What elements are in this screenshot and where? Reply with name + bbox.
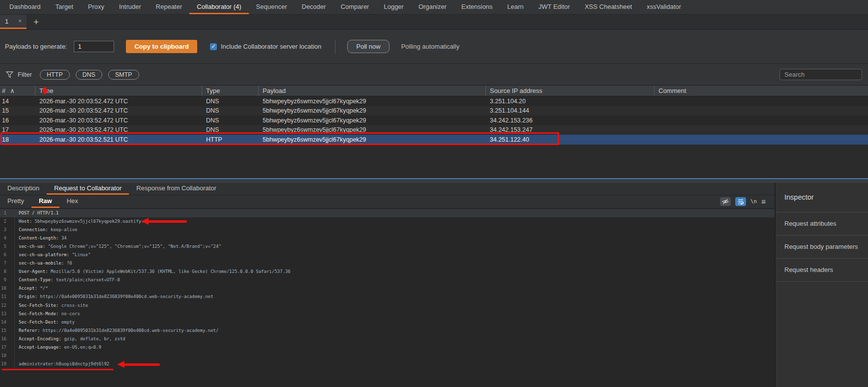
include-server-location-checkbox[interactable]: ✓	[210, 43, 217, 50]
payloads-label: Payloads to generate:	[5, 43, 67, 50]
column-header-payload[interactable]: Payload	[259, 86, 486, 96]
column-label: Time	[39, 87, 53, 94]
inspector-panel: Inspector Request attributesRequest body…	[775, 183, 868, 387]
menu-item-learn[interactable]: Learn	[500, 0, 531, 14]
filter-pill-dns[interactable]: DNS	[76, 70, 102, 80]
menu-item-decoder[interactable]: Decoder	[295, 0, 333, 14]
menu-item-jwt-editor[interactable]: JWT Editor	[531, 0, 577, 14]
hide-nonprintable-icon[interactable]	[720, 197, 731, 206]
line-number: 5	[0, 242, 15, 251]
message-tab-response-from-collaborator[interactable]: Response from Collaborator	[129, 183, 224, 195]
message-tab-request-to-collaborator[interactable]: Request to Collaborator	[47, 183, 129, 195]
line-text: POST / HTTP/1.1	[15, 209, 59, 217]
poll-now-button[interactable]: Poll now	[347, 40, 389, 53]
doc-tab-bar: 1 × +	[0, 15, 868, 30]
payloads-input[interactable]	[74, 41, 114, 52]
editor-menu-icon[interactable]: ≡	[761, 198, 766, 205]
show-newlines-icon[interactable]: \n	[750, 198, 757, 205]
cell-time: 2026-mar.-30 20:03:52.521 UTC	[35, 136, 202, 143]
column-label: Type	[206, 87, 220, 94]
inspector-sections: Request attributesRequest body parameter…	[776, 212, 868, 282]
menu-item-intruder[interactable]: Intruder	[112, 0, 149, 14]
burp-collaborator-window: DashboardTargetProxyIntruderRepeaterColl…	[0, 0, 868, 387]
menu-item-logger[interactable]: Logger	[376, 0, 411, 14]
line-text: Origin: https://0a4e0095031b31de8236839f…	[15, 293, 213, 301]
collaborator-tab-1[interactable]: 1 ×	[0, 15, 27, 29]
line-number: 4	[0, 234, 15, 242]
line-number: 3	[0, 226, 15, 234]
cell-time: 2026-mar.-30 20:03:52.472 UTC	[35, 126, 202, 133]
cell-type: DNS	[202, 98, 259, 105]
menu-item-sequencer[interactable]: Sequencer	[249, 0, 295, 14]
table-row-16[interactable]: 162026-mar.-30 20:03:52.472 UTCDNS5bhwpe…	[0, 116, 868, 125]
table-empty-area	[0, 145, 868, 178]
copy-to-clipboard-button[interactable]: Copy to clipboard	[126, 40, 197, 53]
line-number: 14	[0, 318, 15, 327]
menu-item-dashboard[interactable]: Dashboard	[2, 0, 48, 14]
filter-pill-http[interactable]: HTTP	[40, 70, 70, 80]
editor-toolbar: PrettyRawHex \n ≡	[0, 195, 775, 208]
horizontal-splitter[interactable]	[0, 178, 868, 183]
inspector-section-request-headers[interactable]: Request headers	[776, 259, 868, 282]
column-header-source-ip-address[interactable]: Source IP address	[486, 86, 655, 96]
table-row-17[interactable]: 172026-mar.-30 20:03:52.472 UTCDNS5bhwpe…	[0, 125, 868, 135]
menu-item-collaborator-4-[interactable]: Collaborator (4)	[189, 0, 248, 14]
main-menu: DashboardTargetProxyIntruderRepeaterColl…	[0, 0, 868, 15]
column-header-comment[interactable]: Comment	[655, 86, 868, 96]
cell-source-ip: 34.242.153.236	[486, 117, 655, 124]
line-number: 10	[0, 284, 15, 293]
request-editor[interactable]: 1POST / HTTP/1.12Host: 5bhwpeybyz6swmzev…	[0, 208, 775, 387]
line-text: sec-ch-ua: "Google Chrome";v="125", "Chr…	[15, 242, 221, 251]
line-text: administrator:h8uopi0dnctpj9dt6l92	[15, 360, 109, 368]
menu-item-xssvalidator[interactable]: xssValidator	[639, 0, 688, 14]
cell-source-ip: 34.251.122.40	[486, 136, 655, 143]
request-line-1: 1POST / HTTP/1.1	[0, 209, 775, 217]
menu-item-organizer[interactable]: Organizer	[411, 0, 454, 14]
menu-item-comparer[interactable]: Comparer	[333, 0, 377, 14]
line-text: Content-Type: text/plain;charset=UTF-8	[15, 276, 120, 284]
menu-item-extensions[interactable]: Extensions	[454, 0, 500, 14]
view-tab-raw[interactable]: Raw	[31, 195, 60, 208]
menu-item-target[interactable]: Target	[48, 0, 81, 14]
cell-source-ip: 3.251.104.20	[486, 98, 655, 105]
cell-id: 17	[0, 126, 35, 133]
line-number: 15	[0, 327, 15, 335]
menu-item-repeater[interactable]: Repeater	[149, 0, 189, 14]
view-tabs: PrettyRawHex	[0, 195, 86, 208]
wrap-lines-icon[interactable]	[735, 197, 746, 206]
inspector-section-request-body-parameters[interactable]: Request body parameters	[776, 236, 868, 259]
message-tab-description[interactable]: Description	[0, 183, 47, 195]
cell-payload: 5bhwpeybyz6swmzev5jjcl67kyqpek29	[259, 107, 486, 114]
add-tab-button[interactable]: +	[27, 15, 46, 29]
search-input[interactable]	[779, 69, 862, 80]
view-tab-hex[interactable]: Hex	[60, 195, 86, 208]
table-row-15[interactable]: 152026-mar.-30 20:03:52.472 UTCDNS5bhwpe…	[0, 106, 868, 116]
message-area: DescriptionRequest to CollaboratorRespon…	[0, 183, 868, 387]
line-text	[15, 352, 21, 360]
line-text: Referer: https://0a4e0095031b31de8236839…	[15, 327, 218, 335]
inspector-section-request-attributes[interactable]: Request attributes	[776, 212, 868, 236]
close-icon[interactable]: ×	[18, 18, 22, 25]
table-row-14[interactable]: 142026-mar.-30 20:03:52.472 UTCDNS5bhwpe…	[0, 96, 868, 106]
table-row-18[interactable]: 182026-mar.-30 20:03:52.521 UTCHTTP5bhwp…	[0, 135, 868, 145]
tab-label: 1	[5, 18, 8, 25]
line-number: 11	[0, 293, 15, 301]
cell-time: 2026-mar.-30 20:03:52.472 UTC	[35, 117, 202, 124]
column-header--[interactable]: #∧	[0, 86, 35, 96]
line-text: User-Agent: Mozilla/5.0 (Victim) AppleWe…	[15, 268, 291, 276]
column-header-type[interactable]: Type	[202, 86, 259, 96]
cell-source-ip: 3.251.104.144	[486, 107, 655, 114]
filter-pill-smtp[interactable]: SMTP	[108, 70, 139, 80]
cell-type: DNS	[202, 107, 259, 114]
view-tab-pretty[interactable]: Pretty	[0, 195, 31, 208]
table-header: #∧TimeTypePayloadSource IP addressCommen…	[0, 86, 868, 96]
message-tab-bar: DescriptionRequest to CollaboratorRespon…	[0, 183, 775, 195]
column-header-time[interactable]: Time	[35, 86, 202, 96]
check-icon: ✓	[211, 44, 215, 49]
menu-item-xss-cheatsheet[interactable]: XSS Cheatsheet	[577, 0, 639, 14]
include-server-location-label: Include Collaborator server location	[221, 43, 322, 50]
controls-divider	[335, 40, 335, 54]
menu-item-proxy[interactable]: Proxy	[81, 0, 112, 14]
request-line-16: 16Accept-Encoding: gzip, deflate, br, zs…	[0, 335, 775, 343]
line-number: 7	[0, 259, 15, 268]
